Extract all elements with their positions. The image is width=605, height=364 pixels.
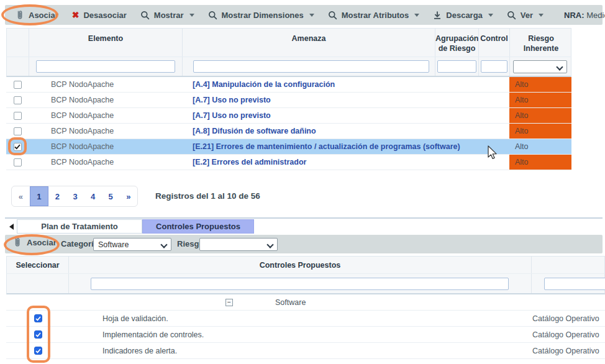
elemento-cell: BCP NodoApache: [29, 108, 182, 123]
tab-plan-de-tratamiento[interactable]: Plan de Tratamiento: [17, 219, 142, 234]
row-checkbox[interactable]: [14, 158, 22, 166]
list-item[interactable]: Implementación de controles. Catálogo Op…: [6, 327, 605, 343]
collapse-icon[interactable]: −: [225, 299, 233, 306]
red-x-icon: ✖: [72, 11, 80, 19]
nra-indicator: NRA: Medio: [560, 11, 605, 20]
elemento-cell: BCP NodoApache: [29, 93, 182, 107]
search-icon: [507, 11, 516, 20]
paperclip-icon: [16, 10, 24, 20]
categoria-label: Categoría: [61, 239, 98, 248]
page-3-button[interactable]: 3: [66, 186, 84, 206]
control-checkbox-checked[interactable]: [34, 330, 42, 339]
nra-label: NRA:: [564, 11, 585, 20]
chevron-down-icon: [267, 242, 273, 247]
filter-categoria-input[interactable]: [544, 278, 605, 290]
search-icon: [140, 11, 150, 20]
list-item[interactable]: Indicadores de alerta. Catálogo Operativ…: [6, 343, 605, 359]
control-name: Implementación de controles.: [102, 330, 204, 339]
mostrar-atributos-label: Mostrar Atributos: [342, 11, 409, 20]
table-row[interactable]: BCP NodoApache [A.7] Uso no previsto Alt…: [6, 93, 571, 108]
filter-agrupacion-input[interactable]: [437, 60, 476, 73]
filter-controles-input[interactable]: [91, 278, 509, 290]
threats-table: Elemento Amenaza Agrupación de Riesgo Co…: [6, 28, 571, 170]
table-row[interactable]: BCP NodoApache [A.4] Manipulación de la …: [6, 77, 571, 93]
control-checkbox-checked[interactable]: [34, 314, 42, 322]
control-name: Hoja de validación.: [102, 314, 168, 323]
header-elemento: Elemento: [29, 29, 183, 57]
asociar-button[interactable]: Asociar: [5, 10, 65, 20]
chevron-down-icon: [539, 14, 544, 17]
mostrar-atributos-button[interactable]: Mostrar Atributos: [321, 11, 427, 20]
page-5-button[interactable]: 5: [102, 186, 120, 206]
controls-filter-row: [6, 273, 605, 294]
control-checkbox-checked[interactable]: [34, 347, 42, 355]
chevron-down-icon: [309, 14, 314, 17]
mostrar-button[interactable]: Mostrar: [134, 11, 201, 20]
tab-scroll-left-icon[interactable]: [9, 224, 14, 230]
nra-value: Medio: [586, 11, 605, 20]
threats-table-header: Elemento Amenaza Agrupación de Riesgo Co…: [6, 28, 571, 57]
mostrar-dimensiones-button[interactable]: Mostrar Dimensiones: [201, 11, 321, 20]
list-item[interactable]: Hoja de validación. Catálogo Operativo: [6, 311, 605, 327]
amenaza-link[interactable]: [A.7] Uso no previsto: [193, 96, 271, 104]
categoria-value: Software: [98, 240, 129, 249]
ver-label: Ver: [521, 11, 533, 20]
chevron-down-icon: [557, 64, 562, 70]
header-controles-propuestos: Controles Propuestos: [69, 257, 532, 273]
header-riesgo-inherente: Riesgo Inherente: [510, 29, 572, 57]
pagination: « 1 2 3 4 5 »: [11, 186, 138, 207]
elemento-cell: BCP NodoApache: [29, 155, 182, 170]
page-1-button[interactable]: 1: [30, 186, 49, 206]
amenaza-link[interactable]: [A.4] Manipulación de la configuración: [193, 80, 335, 89]
page-2-button[interactable]: 2: [48, 186, 66, 206]
search-icon: [328, 11, 337, 20]
amenaza-link[interactable]: [A.8] Difusión de software dañino: [193, 127, 316, 135]
filter-elemento-input[interactable]: [36, 60, 175, 73]
descarga-button[interactable]: Descarga: [426, 11, 500, 20]
riesgo-select[interactable]: [199, 238, 278, 251]
download-icon: [433, 11, 442, 20]
asociar-label: Asociar: [29, 11, 58, 20]
amenaza-link[interactable]: [E.2] Errores del administrador: [193, 158, 306, 166]
search-icon: [208, 11, 217, 20]
header-seleccionar: Seleccionar: [7, 257, 69, 273]
filter-amenaza-input[interactable]: [193, 60, 429, 73]
header-agrupacion: Agrupación de Riesgo: [435, 29, 479, 57]
riesgo-badge: Alto: [509, 155, 571, 170]
table-row[interactable]: BCP NodoApache [E.2] Errores del adminis…: [6, 155, 571, 170]
risk-management-screen: Asociar ✖ Desasociar Mostrar Mostrar Dim…: [0, 0, 605, 364]
row-checkbox[interactable]: [14, 81, 22, 89]
row-checkbox[interactable]: [14, 112, 22, 120]
desasociar-label: Desasociar: [83, 11, 126, 20]
page-prev-button[interactable]: «: [12, 186, 30, 206]
chevron-down-icon: [414, 14, 419, 17]
page-4-button[interactable]: 4: [84, 186, 102, 206]
records-summary: Registros del 1 al 10 de 56: [155, 191, 260, 201]
controls-toolbar: Asociar Categoría Software Riesgo: [5, 235, 603, 253]
filter-riesgo-select[interactable]: [513, 60, 567, 73]
categoria-select[interactable]: Software: [93, 238, 171, 251]
table-row[interactable]: BCP NodoApache [A.7] Uso no previsto Alt…: [6, 108, 571, 124]
amenaza-link[interactable]: [E.21] Errores de mantenimiento / actual…: [193, 142, 460, 151]
ver-button[interactable]: Ver: [500, 11, 550, 20]
descarga-label: Descarga: [446, 11, 483, 20]
page-next-button[interactable]: »: [119, 186, 137, 206]
asociar-label: Asociar: [27, 238, 57, 247]
table-row[interactable]: BCP NodoApache [A.8] Difusión de softwar…: [6, 124, 571, 139]
threats-filter-row: [6, 57, 571, 77]
row-checkbox[interactable]: [14, 127, 22, 135]
controls-table: Seleccionar Controles Propuestos − Softw…: [6, 256, 605, 359]
row-checkbox-checked[interactable]: [14, 143, 22, 151]
paperclip-icon: [14, 237, 22, 247]
tab-controles-propuestos[interactable]: Controles Propuestos: [142, 219, 254, 234]
riesgo-badge: Alto: [509, 108, 571, 123]
riesgo-badge: Alto: [509, 77, 571, 92]
table-row-selected[interactable]: BCP NodoApache [E.21] Errores de manteni…: [6, 139, 571, 155]
amenaza-link[interactable]: [A.7] Uso no previsto: [193, 111, 271, 120]
asociar-controls-button[interactable]: Asociar: [14, 237, 57, 247]
filter-control-input[interactable]: [481, 60, 507, 73]
riesgo-badge: Alto: [509, 93, 571, 107]
chevron-down-icon: [189, 14, 194, 17]
row-checkbox[interactable]: [14, 96, 22, 104]
desasociar-button[interactable]: ✖ Desasociar: [65, 11, 134, 20]
